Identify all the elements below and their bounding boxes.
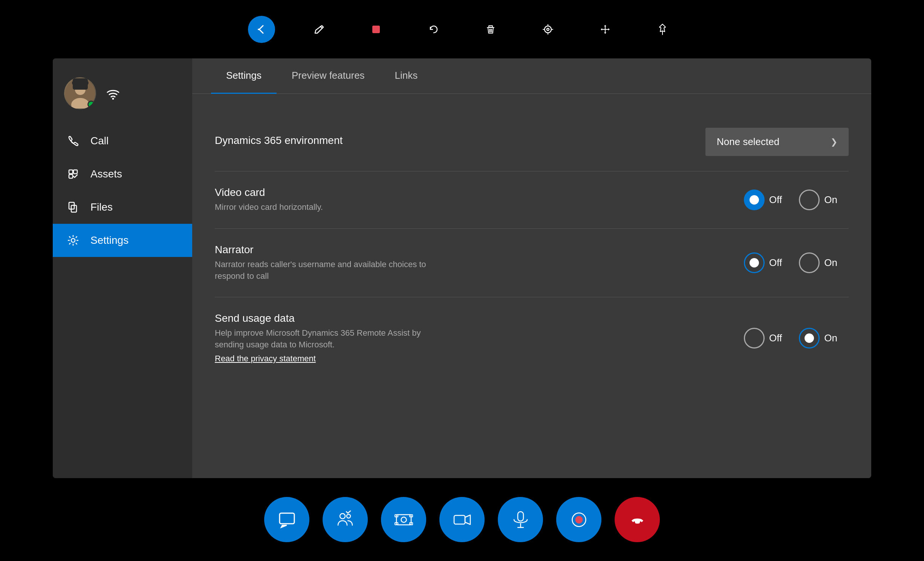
svg-point-21: [112, 98, 114, 99]
video-button[interactable]: [439, 497, 485, 542]
call-icon: [66, 134, 81, 148]
svg-point-29: [340, 514, 345, 519]
svg-point-0: [258, 29, 259, 30]
wifi-icon: [104, 84, 122, 103]
usage-data-row: Send usage data Help improve Microsoft D…: [215, 297, 849, 379]
svg-point-7: [545, 26, 551, 33]
tab-preview[interactable]: Preview features: [277, 58, 380, 94]
usage-off-option[interactable]: Off: [744, 328, 793, 349]
video-on-radio[interactable]: [799, 190, 820, 210]
svg-rect-23: [73, 170, 77, 174]
target-button[interactable]: [534, 16, 561, 43]
svg-rect-28: [280, 513, 294, 524]
usage-on-radio[interactable]: [799, 328, 820, 349]
back-button[interactable]: [248, 16, 275, 43]
video-card-row: Video card Mirror video card horizontall…: [215, 171, 849, 229]
stop-button[interactable]: [363, 16, 390, 43]
dynamics-dropdown[interactable]: None selected ❯: [705, 128, 849, 156]
assets-icon: [66, 167, 81, 181]
dynamics-setting-row: Dynamics 365 environment None selected ❯: [215, 113, 849, 171]
settings-icon: [66, 233, 81, 248]
status-indicator: [87, 101, 95, 108]
usage-on-option[interactable]: On: [799, 328, 849, 349]
svg-point-42: [575, 516, 583, 523]
usage-radio-dot: [805, 333, 814, 343]
svg-rect-24: [69, 174, 73, 178]
dynamics-controls: None selected ❯: [705, 128, 849, 156]
pin-button[interactable]: [649, 16, 676, 43]
svg-rect-37: [454, 515, 465, 524]
privacy-link[interactable]: Read the privacy statement: [215, 354, 316, 364]
sidebar-item-files[interactable]: Files: [53, 191, 192, 224]
usage-data-label: Send usage data Help improve Microsoft D…: [215, 312, 744, 364]
call-label: Call: [90, 135, 109, 147]
svg-rect-38: [518, 512, 523, 521]
svg-rect-1: [372, 26, 380, 33]
move-button[interactable]: [592, 16, 619, 43]
sidebar-item-assets[interactable]: Assets: [53, 157, 192, 191]
pen-button[interactable]: [305, 16, 332, 43]
video-on-option[interactable]: On: [799, 190, 849, 210]
video-card-controls: Off On: [744, 190, 849, 210]
tab-links[interactable]: Links: [380, 58, 433, 94]
svg-point-36: [401, 517, 406, 522]
video-card-label: Video card Mirror video card horizontall…: [215, 186, 744, 213]
main-area: Call Assets: [53, 58, 871, 478]
svg-rect-2: [489, 26, 493, 27]
narrator-controls: Off On: [744, 252, 849, 273]
nav-items: Call Assets: [53, 124, 192, 478]
svg-point-30: [347, 514, 350, 518]
undo-button[interactable]: [420, 16, 447, 43]
dynamics-label: Dynamics 365 environment: [215, 135, 705, 150]
dynamics-value: None selected: [717, 136, 779, 148]
screenshot-button[interactable]: [381, 497, 426, 542]
svg-rect-31: [396, 515, 411, 525]
top-toolbar: [0, 0, 924, 58]
narrator-on-option[interactable]: On: [799, 252, 849, 273]
assets-label: Assets: [90, 168, 122, 180]
svg-point-27: [71, 238, 75, 242]
content-panel: Settings Preview features Links Dynamics…: [192, 58, 871, 478]
svg-rect-22: [69, 170, 73, 174]
narrator-off-option[interactable]: Off: [744, 252, 793, 273]
settings-label: Settings: [90, 234, 129, 246]
svg-point-8: [547, 28, 549, 31]
files-label: Files: [90, 201, 113, 213]
record-button[interactable]: [556, 497, 601, 542]
bottom-toolbar: [0, 478, 924, 561]
files-icon: [66, 200, 81, 214]
chat-button[interactable]: [264, 497, 309, 542]
mic-button[interactable]: [498, 497, 543, 542]
tabs: Settings Preview features Links: [192, 58, 871, 94]
svg-point-20: [72, 78, 89, 87]
tab-settings[interactable]: Settings: [211, 58, 277, 94]
video-off-option[interactable]: Off: [744, 190, 793, 210]
user-section: [53, 70, 192, 124]
video-off-radio[interactable]: [744, 190, 765, 210]
narrator-row: Narrator Narrator reads caller's usernam…: [215, 229, 849, 298]
usage-off-radio[interactable]: [744, 328, 765, 349]
narrator-label: Narrator Narrator reads caller's usernam…: [215, 244, 744, 282]
radio-inner-dot: [750, 195, 759, 205]
end-call-button[interactable]: [615, 497, 660, 542]
usage-data-controls: Off On: [744, 328, 849, 349]
settings-content: Dynamics 365 environment None selected ❯…: [192, 94, 871, 478]
chevron-icon: ❯: [831, 137, 837, 147]
narrator-off-radio[interactable]: [744, 252, 765, 273]
avatar: [64, 77, 96, 109]
narrator-radio-dot: [750, 258, 759, 268]
sidebar: Call Assets: [53, 58, 192, 478]
sidebar-item-call[interactable]: Call: [53, 124, 192, 157]
narrator-on-radio[interactable]: [799, 252, 820, 273]
participants-button[interactable]: [323, 497, 368, 542]
sidebar-item-settings[interactable]: Settings: [53, 224, 192, 257]
delete-button[interactable]: [477, 16, 504, 43]
